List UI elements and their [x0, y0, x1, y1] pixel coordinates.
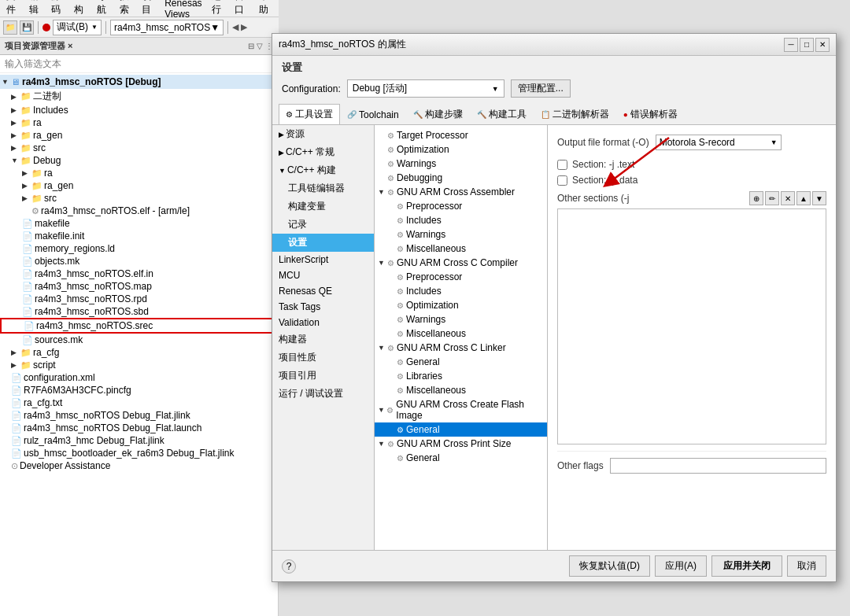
list-item[interactable]: ⊙ Developer Assistance [0, 459, 278, 472]
list-item[interactable]: ▶ 📁 ra [0, 167, 278, 179]
move-down-btn[interactable]: ▼ [812, 191, 826, 205]
nav-item-build-vars[interactable]: 构建变量 [272, 197, 374, 216]
debug-dropdown[interactable]: 调试(B) ▼ [53, 20, 102, 35]
panel-filter-btn[interactable]: ▽ [257, 42, 263, 50]
tab-toolchain[interactable]: 🔗 Toolchain [340, 104, 406, 124]
add-section-btn[interactable]: ⊕ [749, 191, 763, 205]
list-item[interactable]: ▶ 📁 ra_gen [0, 129, 278, 142]
list-item[interactable]: 📄 R7FA6M3AH3CFC.pincfg [0, 384, 278, 397]
nav-item-logging[interactable]: 记录 [272, 216, 374, 234]
toolbar-fwd-btn[interactable]: ▶ [241, 22, 247, 32]
list-item[interactable]: ▶ 📁 Includes [0, 104, 278, 116]
tree-node-cc-includes[interactable]: ⚙ Includes [375, 284, 547, 298]
cancel-btn[interactable]: 取消 [787, 555, 826, 577]
toolbar-nav-btn[interactable]: ◀ [232, 22, 238, 32]
list-item[interactable]: 📄 rulz_ra4m3_hmc Debug_Flat.jlink [0, 434, 278, 447]
nav-item-builder[interactable]: 构建器 [272, 330, 374, 349]
nav-item-settings[interactable]: 设置 [272, 234, 374, 252]
checkbox-text[interactable] [557, 160, 567, 170]
nav-item-mcu[interactable]: MCU [272, 267, 374, 283]
tree-node-linker[interactable]: ▼ ⚙ GNU ARM Cross C Linker [375, 341, 547, 355]
list-item[interactable]: 📄 configuration.xml [0, 371, 278, 384]
tab-binary-parser[interactable]: 📋 二进制解析器 [534, 104, 616, 124]
tree-node-target[interactable]: ⚙ Target Processor [375, 128, 547, 142]
output-format-select[interactable]: Motorola S-record ▼ [656, 135, 782, 150]
tree-node-cc-warnings[interactable]: ⚙ Warnings [375, 312, 547, 326]
list-item[interactable]: 📄 objects.mk [0, 255, 278, 267]
nav-item-resources[interactable]: ▶资源 [272, 125, 374, 143]
apply-btn[interactable]: 应用(A) [655, 555, 707, 577]
nav-item-project-props[interactable]: 项目性质 [272, 349, 374, 367]
list-item[interactable]: 📄 ra_cfg.txt [0, 397, 278, 409]
tree-node-debugging[interactable]: ⚙ Debugging [375, 171, 547, 185]
edit-section-btn[interactable]: ✏ [765, 191, 779, 205]
tree-node-print-size[interactable]: ▼ ⚙ GNU ARM Cross Print Size [375, 437, 547, 451]
panel-collapse-btn[interactable]: ⊟ [248, 42, 254, 50]
list-item[interactable]: ▶ 📁 script [0, 359, 278, 371]
manage-config-btn[interactable]: 管理配置... [511, 79, 571, 98]
tab-tool-settings[interactable]: ⚙ 工具设置 [279, 104, 340, 124]
delete-section-btn[interactable]: ✕ [781, 191, 795, 205]
other-flags-input[interactable] [610, 458, 826, 474]
checkbox-data[interactable] [557, 175, 567, 186]
tree-node-print-general[interactable]: ⚙ General [375, 451, 547, 465]
toolbar-btn-1[interactable]: 📁 [3, 20, 17, 35]
list-item[interactable]: 📄 sources.mk [0, 334, 278, 346]
nav-item-toolchain-editor[interactable]: 工具链编辑器 [272, 179, 374, 197]
nav-item-linker[interactable]: LinkerScript [272, 252, 374, 267]
apply-close-btn[interactable]: 应用并关闭 [711, 555, 782, 577]
list-item[interactable]: 📄 makefile [0, 217, 278, 230]
minimize-btn[interactable]: ─ [784, 38, 798, 52]
list-item[interactable]: ▶ 📁 二进制 [0, 89, 278, 104]
list-item[interactable]: ▶ 📁 src [0, 192, 278, 205]
tree-node-linker-misc[interactable]: ⚙ Miscellaneous [375, 383, 547, 397]
list-item[interactable]: ▼ 📁 Debug [0, 154, 278, 167]
tree-node-asm-misc[interactable]: ⚙ Miscellaneous [375, 242, 547, 256]
tree-node-flash-image[interactable]: ▼ ⚙ GNU ARM Cross Create Flash Image [375, 397, 547, 422]
list-item[interactable]: 📄 ra4m3_hmsc_noRTOS.sbd [0, 305, 278, 318]
project-dropdown[interactable]: ra4m3_hmsc_noRTOS▼ [110, 20, 224, 35]
tab-build-steps[interactable]: 🔨 构建步骤 [406, 104, 470, 124]
highlighted-item[interactable]: 📄 ra4m3_hmsc_noRTOS.srec [0, 318, 278, 334]
config-value-field[interactable]: Debug [活动] ▼ [347, 79, 504, 98]
toolbar-btn-2[interactable]: 💾 [20, 20, 34, 35]
tree-node-optimization[interactable]: ⚙ Optimization [375, 142, 547, 157]
close-btn[interactable]: ✕ [815, 38, 830, 52]
list-item[interactable]: 📄 ra4m3_hmsc_noRTOS.elf.in [0, 267, 278, 280]
nav-item-project-ref[interactable]: 项目引用 [272, 367, 374, 385]
tree-node-cc-preprocessor[interactable]: ⚙ Preprocessor [375, 270, 547, 284]
tree-node-cc-optimization[interactable]: ⚙ Optimization [375, 298, 547, 312]
tree-node-c-compiler[interactable]: ▼ ⚙ GNU ARM Cross C Compiler [375, 256, 547, 270]
list-item[interactable]: ▶ 📁 ra_gen [0, 179, 278, 192]
nav-item-cpp-build[interactable]: ▼C/C++ 构建 [272, 161, 374, 179]
tree-node-asm-preprocessor[interactable]: ⚙ Preprocessor [375, 199, 547, 213]
list-item[interactable]: ▶ 📁 ra [0, 116, 278, 129]
list-item[interactable]: 📄 ra4m3_hmsc_noRTOS.map [0, 280, 278, 293]
filter-input[interactable] [0, 55, 278, 72]
list-item[interactable]: ▶ 📁 ra_cfg [0, 346, 278, 359]
maximize-btn[interactable]: □ [800, 38, 814, 52]
tree-node-asm-assembler[interactable]: ▼ ⚙ GNU ARM Cross Assembler [375, 185, 547, 199]
nav-item-cpp-common[interactable]: ▶C/C++ 常规 [272, 143, 374, 161]
list-item[interactable]: 📄 memory_regions.ld [0, 242, 278, 255]
tab-build-tools[interactable]: 🔨 构建工具 [470, 104, 534, 124]
tree-node-linker-libraries[interactable]: ⚙ Libraries [375, 369, 547, 383]
tree-node-asm-warnings[interactable]: ⚙ Warnings [375, 227, 547, 242]
nav-item-task-tags[interactable]: Task Tags [272, 299, 374, 315]
list-item[interactable]: 📄 ra4m3_hmsc_noRTOS.rpd [0, 293, 278, 305]
list-item[interactable]: 📄 makefile.init [0, 230, 278, 242]
nav-item-validation[interactable]: Validation [272, 315, 374, 330]
tree-node-asm-includes[interactable]: ⚙ Includes [375, 213, 547, 227]
list-item[interactable]: ▶ 📁 src [0, 142, 278, 154]
tree-node-cc-misc[interactable]: ⚙ Miscellaneous [375, 326, 547, 341]
help-button[interactable]: ? [282, 559, 296, 574]
tab-error-parser[interactable]: ● 错误解析器 [616, 104, 685, 124]
list-item[interactable]: 📄 ra4m3_hmsc_noRTOS Debug_Flat.jlink [0, 409, 278, 422]
tree-node-warnings[interactable]: ⚙ Warnings [375, 157, 547, 171]
nav-item-renesas-qe[interactable]: Renesas QE [272, 283, 374, 299]
move-up-btn[interactable]: ▲ [796, 191, 811, 205]
nav-item-run-debug[interactable]: 运行 / 调试设置 [272, 385, 374, 403]
tree-node-linker-general[interactable]: ⚙ General [375, 355, 547, 369]
tree-node-flash-general[interactable]: ⚙ General [375, 422, 547, 437]
list-item[interactable]: ⚙ ra4m3_hmsc_noRTOS.elf - [arm/le] [0, 205, 278, 217]
